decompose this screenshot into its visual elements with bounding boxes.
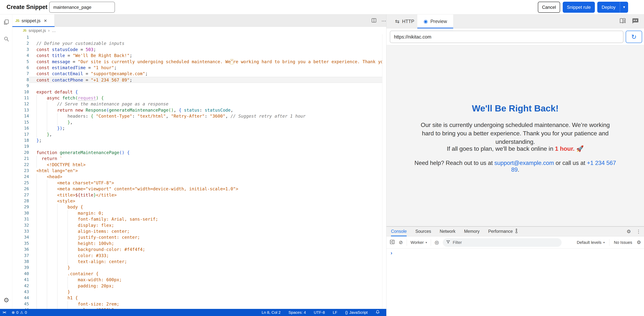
line-number[interactable]: 5 bbox=[12, 59, 29, 65]
code-line[interactable]: 9 bbox=[12, 83, 382, 89]
code-line[interactable]: 20function generateMaintenancePage() { bbox=[12, 150, 382, 156]
devtools-tab-performance[interactable]: Performance bbox=[488, 227, 519, 236]
line-number[interactable]: 15 bbox=[12, 119, 29, 125]
breadcrumb-file[interactable]: snippet.js bbox=[28, 28, 46, 33]
line-number[interactable]: 43 bbox=[12, 289, 29, 295]
code-line[interactable]: 33align-items: center; bbox=[12, 228, 382, 234]
snippet-name-input[interactable] bbox=[49, 2, 115, 13]
email-link[interactable]: support@example.com bbox=[494, 160, 554, 166]
line-content[interactable]: }, bbox=[29, 119, 382, 125]
line-content[interactable]: }; bbox=[29, 137, 382, 143]
line-content[interactable]: body { bbox=[29, 204, 382, 210]
line-content[interactable]: font-size: 2rem; bbox=[29, 301, 382, 307]
line-content[interactable]: const message = "Our site is currently u… bbox=[29, 59, 382, 65]
code-line[interactable]: 46color: #0056b3; bbox=[12, 307, 382, 309]
deploy-button[interactable]: Deploy bbox=[597, 2, 620, 13]
line-number[interactable]: 11 bbox=[12, 95, 29, 101]
line-number[interactable]: 10 bbox=[12, 89, 29, 95]
code-line[interactable]: 45font-size: 2rem; bbox=[12, 301, 382, 307]
devtools-tab-console[interactable]: Console bbox=[391, 227, 407, 236]
line-content[interactable]: }, bbox=[29, 131, 382, 137]
line-content[interactable]: // Define your customizable inputs bbox=[29, 40, 382, 46]
line-number[interactable]: 17 bbox=[12, 131, 29, 137]
files-icon[interactable] bbox=[2, 19, 10, 26]
line-content[interactable]: <head> bbox=[29, 174, 382, 180]
line-number[interactable]: 16 bbox=[12, 125, 29, 131]
line-number[interactable]: 25 bbox=[12, 180, 29, 186]
line-content[interactable]: font-family: Arial, sans-serif; bbox=[29, 216, 382, 222]
line-content[interactable] bbox=[29, 83, 382, 89]
problems-indicator[interactable]: ⊗ 0 ⚠ 0 bbox=[12, 310, 27, 315]
line-number[interactable]: 41 bbox=[12, 277, 29, 283]
tab-preview[interactable]: ◉ Preview bbox=[417, 15, 453, 29]
cancel-button[interactable]: Cancel bbox=[538, 2, 560, 13]
encoding[interactable]: UTF-8 bbox=[314, 310, 325, 315]
line-content[interactable]: function generateMaintenancePage() { bbox=[29, 150, 382, 156]
line-content[interactable]: const contactEmail = "support@example.co… bbox=[29, 71, 382, 77]
line-number[interactable]: 39 bbox=[12, 264, 29, 270]
line-content[interactable]: <!DOCTYPE html> bbox=[29, 162, 382, 168]
line-number[interactable]: 33 bbox=[12, 228, 29, 234]
code-line[interactable]: 10export default { bbox=[12, 89, 382, 95]
code-line[interactable]: 23<html lang="en"> bbox=[12, 168, 382, 174]
line-content[interactable]: const statusCode = 503; bbox=[29, 47, 382, 53]
code-line[interactable]: 13return new Response(generateMaintenanc… bbox=[12, 107, 382, 113]
code-line[interactable]: 25<meta charset="UTF-8"> bbox=[12, 180, 382, 186]
line-content[interactable]: const contactPhone = "+1 234 567 89"; bbox=[29, 77, 382, 83]
code-line[interactable]: 7const contactEmail = "support@example.c… bbox=[12, 71, 382, 77]
line-content[interactable]: margin: 0; bbox=[29, 210, 382, 216]
more-actions-icon[interactable]: ⋯ bbox=[382, 18, 386, 24]
line-number[interactable]: 32 bbox=[12, 222, 29, 228]
line-content[interactable] bbox=[29, 143, 382, 149]
line-number[interactable]: 36 bbox=[12, 246, 29, 252]
line-content[interactable]: } bbox=[29, 264, 382, 270]
line-content[interactable]: .container { bbox=[29, 271, 382, 277]
line-content[interactable]: <meta charset="UTF-8"> bbox=[29, 180, 382, 186]
docs-book-icon[interactable] bbox=[619, 18, 626, 25]
line-content[interactable]: display: flex; bbox=[29, 222, 382, 228]
code-line[interactable]: 24<head> bbox=[12, 174, 382, 180]
language-mode[interactable]: {} JavaScript bbox=[345, 310, 368, 315]
editor-scrollbar[interactable] bbox=[382, 35, 386, 309]
devtools-tab-network[interactable]: Network bbox=[440, 227, 456, 236]
line-number[interactable]: 19 bbox=[12, 143, 29, 149]
line-number[interactable]: 6 bbox=[12, 65, 29, 71]
line-content[interactable]: <title>${title}</title> bbox=[29, 192, 382, 198]
code-line[interactable]: 15}, bbox=[12, 119, 382, 125]
line-number[interactable]: 23 bbox=[12, 168, 29, 174]
line-number[interactable]: 27 bbox=[12, 192, 29, 198]
line-content[interactable]: color: #333; bbox=[29, 253, 382, 259]
line-content[interactable]: headers: { "Content-Type": "text/html", … bbox=[29, 113, 382, 119]
line-content[interactable]: color: #0056b3; bbox=[29, 307, 382, 309]
line-number[interactable]: 37 bbox=[12, 253, 29, 259]
devtools-tab-sources[interactable]: Sources bbox=[415, 227, 431, 236]
code-line[interactable]: 41max-width: 600px; bbox=[12, 277, 382, 283]
cursor-position[interactable]: Ln 8, Col 2 bbox=[262, 310, 281, 315]
line-number[interactable]: 22 bbox=[12, 162, 29, 168]
code-line[interactable]: 32display: flex; bbox=[12, 222, 382, 228]
line-number[interactable]: 24 bbox=[12, 174, 29, 180]
code-line[interactable]: 31font-family: Arial, sans-serif; bbox=[12, 216, 382, 222]
code-line[interactable]: 26<meta name="viewport" content="width=d… bbox=[12, 186, 382, 192]
console-sidebar-toggle-icon[interactable] bbox=[390, 239, 395, 246]
line-content[interactable]: }); bbox=[29, 125, 382, 131]
line-number[interactable]: 29 bbox=[12, 204, 29, 210]
code-line[interactable]: 2// Define your customizable inputs bbox=[12, 40, 382, 46]
snippet-rule-button[interactable]: Snippet rule bbox=[563, 2, 595, 13]
line-number[interactable]: 34 bbox=[12, 234, 29, 240]
line-number[interactable]: 26 bbox=[12, 186, 29, 192]
line-number[interactable]: 4 bbox=[12, 53, 29, 59]
line-number[interactable]: 21 bbox=[12, 156, 29, 162]
line-number[interactable]: 40 bbox=[12, 271, 29, 277]
line-number[interactable]: 46 bbox=[12, 307, 29, 309]
code-line[interactable]: 14headers: { "Content-Type": "text/html"… bbox=[12, 113, 382, 119]
line-content[interactable] bbox=[29, 35, 382, 40]
tab-http[interactable]: ⇆ HTTP bbox=[392, 15, 417, 29]
no-issues-label[interactable]: No Issues bbox=[614, 240, 632, 245]
discord-icon[interactable] bbox=[632, 18, 639, 25]
line-number[interactable]: 12 bbox=[12, 101, 29, 107]
line-content[interactable]: text-align: center; bbox=[29, 259, 382, 264]
line-number[interactable]: 38 bbox=[12, 259, 29, 264]
indentation[interactable]: Spaces: 4 bbox=[288, 310, 306, 315]
refresh-button[interactable]: ↻ bbox=[626, 31, 642, 43]
